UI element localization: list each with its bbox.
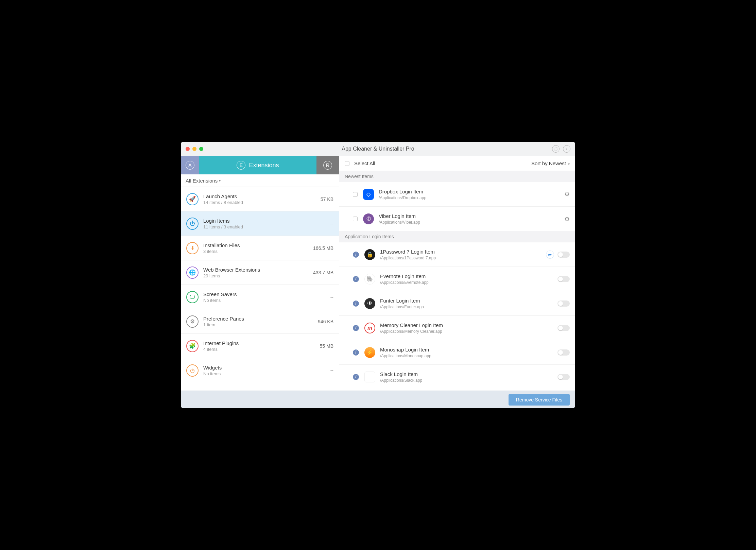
share-icon[interactable]: ➦: [546, 251, 554, 259]
item-title: Dropbox Login Item: [379, 189, 564, 194]
category-subtitle: 11 items / 3 enabled: [203, 224, 330, 229]
category-size: 55 MB: [320, 343, 333, 349]
info-badge-icon[interactable]: i: [353, 276, 359, 282]
chevron-down-icon: ▾: [568, 162, 570, 166]
login-item-row[interactable]: ✆Viber Login Item/Applications/Viber.app…: [339, 207, 575, 231]
category-size: 57 KB: [321, 196, 333, 202]
login-item-row[interactable]: i⚡Monosnap Login Item/Applications/Monos…: [339, 340, 575, 365]
login-item-row[interactable]: i🐘Evernote Login Item/Applications/Evern…: [339, 267, 575, 291]
item-checkbox[interactable]: [353, 217, 358, 221]
gear-icon[interactable]: ⚙: [564, 191, 570, 198]
gear-icon[interactable]: ⚙: [564, 215, 570, 223]
category-row[interactable]: ◷WidgetsNo items--: [181, 358, 339, 382]
tab-remains[interactable]: R: [316, 156, 339, 174]
item-path: /Applications/Slack.app: [380, 378, 557, 383]
item-text: 1Password 7 Login Item/Applications/1Pas…: [380, 249, 546, 260]
item-title: Memory Cleaner Login Item: [380, 322, 557, 328]
item-title: Evernote Login Item: [380, 273, 557, 279]
category-text: WidgetsNo items: [203, 365, 330, 376]
remove-service-files-button[interactable]: Remove Service Files: [509, 394, 570, 406]
item-path: /Applications/Evernote.app: [380, 280, 557, 285]
enable-toggle[interactable]: [557, 300, 570, 307]
category-text: Installation Files3 items: [203, 242, 313, 254]
enable-toggle[interactable]: [557, 349, 570, 356]
category-row[interactable]: 🚀Launch Agents14 items / 8 enabled57 KB: [181, 187, 339, 211]
category-subtitle: 4 items: [203, 347, 320, 352]
category-row[interactable]: 🌐Web Browser Extensions29 items433.7 MB: [181, 260, 339, 285]
window-title: App Cleaner & Uninstaller Pro: [342, 146, 414, 152]
footer: Remove Service Files: [181, 391, 575, 408]
item-text: Slack Login Item/Applications/Slack.app: [380, 371, 557, 383]
info-badge-icon[interactable]: i: [353, 300, 359, 307]
item-path: /Applications/Viber.app: [379, 220, 564, 225]
app-icon: 👁: [364, 298, 375, 309]
item-text: Monosnap Login Item/Applications/Monosna…: [380, 347, 557, 358]
category-icon: ⬇: [186, 242, 199, 254]
enable-toggle[interactable]: [557, 276, 570, 282]
login-item-row[interactable]: i🔒1Password 7 Login Item/Applications/1P…: [339, 242, 575, 267]
category-text: Screen SaversNo items: [203, 291, 330, 303]
item-path: /Applications/Monosnap.app: [380, 354, 557, 358]
category-subtitle: 14 items / 8 enabled: [203, 200, 321, 205]
category-title: Launch Agents: [203, 193, 321, 199]
app-icon: #: [364, 372, 375, 382]
category-row[interactable]: ⚙Preference Panes1 item946 KB: [181, 309, 339, 333]
filter-dropdown[interactable]: All Extensions ▾: [181, 174, 339, 187]
category-subtitle: 3 items: [203, 249, 313, 254]
item-path: /Applications/1Password 7.app: [380, 256, 546, 260]
login-item-row[interactable]: i#Slack Login Item/Applications/Slack.ap…: [339, 365, 575, 389]
category-row[interactable]: ⏻Login Items11 items / 3 enabled--: [181, 211, 339, 236]
tab-applications[interactable]: A: [181, 156, 199, 174]
category-row[interactable]: ⬇Installation Files3 items166.5 MB: [181, 236, 339, 260]
feedback-icon[interactable]: ◌: [552, 145, 560, 153]
info-badge-icon[interactable]: i: [353, 252, 359, 258]
category-icon: 🌐: [186, 267, 199, 279]
category-icon: 🚀: [186, 193, 199, 205]
app-icon: 🐘: [364, 274, 375, 285]
category-title: Login Items: [203, 218, 330, 224]
zoom-window-button[interactable]: [199, 147, 203, 151]
category-title: Preference Panes: [203, 316, 318, 322]
enable-toggle[interactable]: [557, 374, 570, 380]
body: A E Extensions R All Extensions ▾ 🚀Launc…: [181, 156, 575, 391]
sort-dropdown[interactable]: Sort by Newest ▾: [531, 160, 570, 166]
category-icon: ⏻: [186, 218, 199, 230]
category-subtitle: 29 items: [203, 273, 313, 278]
item-checkbox[interactable]: [353, 192, 358, 197]
app-icon: ⚡: [364, 347, 375, 358]
info-badge-icon[interactable]: i: [353, 349, 359, 356]
close-window-button[interactable]: [186, 147, 190, 151]
sort-label-text: Sort by Newest: [531, 160, 566, 166]
item-text: Memory Cleaner Login Item/Applications/M…: [380, 322, 557, 334]
item-path: /Applications/Funter.app: [380, 305, 557, 309]
app-icon: ✆: [363, 213, 374, 224]
select-all-checkbox[interactable]: [345, 161, 349, 166]
category-row[interactable]: 🖵Screen SaversNo items--: [181, 285, 339, 309]
item-text: Viber Login Item/Applications/Viber.app: [379, 213, 564, 225]
category-text: Web Browser Extensions29 items: [203, 267, 313, 278]
minimize-window-button[interactable]: [192, 147, 196, 151]
info-badge-icon[interactable]: i: [353, 374, 359, 380]
info-icon[interactable]: i: [563, 145, 570, 153]
category-size: --: [330, 294, 333, 300]
item-title: Slack Login Item: [380, 371, 557, 377]
app-icon: m: [364, 323, 375, 333]
category-text: Preference Panes1 item: [203, 316, 318, 327]
titlebar: App Cleaner & Uninstaller Pro ◌ i: [181, 142, 575, 156]
chevron-down-icon: ▾: [219, 179, 221, 183]
category-icon: 🧩: [186, 340, 199, 352]
login-item-row[interactable]: imMemory Cleaner Login Item/Applications…: [339, 316, 575, 340]
login-item-row[interactable]: i👁Funter Login Item/Applications/Funter.…: [339, 291, 575, 316]
info-badge-icon[interactable]: i: [353, 325, 359, 331]
traffic-lights: [186, 147, 203, 151]
category-title: Widgets: [203, 365, 330, 371]
enable-toggle[interactable]: [557, 252, 570, 258]
category-size: 433.7 MB: [313, 270, 333, 275]
tab-extensions[interactable]: E Extensions: [199, 156, 316, 174]
login-item-row[interactable]: ◇Dropbox Login Item/Applications/Dropbox…: [339, 182, 575, 207]
enable-toggle[interactable]: [557, 325, 570, 331]
item-text: Evernote Login Item/Applications/Evernot…: [380, 273, 557, 285]
category-subtitle: No items: [203, 298, 330, 303]
category-text: Launch Agents14 items / 8 enabled: [203, 193, 321, 205]
category-row[interactable]: 🧩Internet Plugins4 items55 MB: [181, 333, 339, 358]
